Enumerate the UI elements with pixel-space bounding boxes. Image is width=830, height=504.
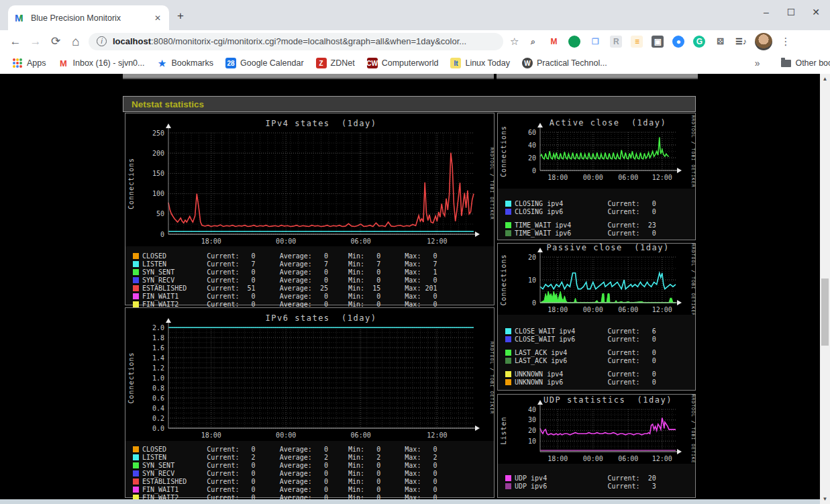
legend-row: SYN_RECV Current: 0 Average: 0 Min: 0 Ma… <box>133 276 494 284</box>
books-extension-icon[interactable]: ≡ <box>631 36 643 48</box>
active-close-panel: Active close (1day)Connections020406018:… <box>497 113 696 240</box>
bookmark-label: ZDNet <box>331 58 355 68</box>
ipv6-states-panel: IPv6 states (1day)Connections0.00.20.40.… <box>125 307 495 498</box>
page-content: Netstat statistics IPv4 states (1day)Con… <box>0 74 820 504</box>
legend-text: SYN_SENT Current: 0 Average: 0 Min: 0 Ma… <box>142 462 437 469</box>
url-path: :8080/monitorix-cgi/monitorix.cgi?mode=l… <box>151 36 466 46</box>
rrdtool-watermark: RRDTOOL / TOBI OETIKER <box>690 244 695 315</box>
new-tab-button[interactable]: + <box>177 9 184 23</box>
bookmark-star-icon[interactable]: ☆ <box>510 36 519 48</box>
window-maximize-button[interactable]: ☐ <box>786 7 796 17</box>
bookmark-item[interactable]: 28Google Calendar <box>225 58 304 68</box>
svg-text:18:00: 18:00 <box>201 238 221 245</box>
bookmark-label: Bookmarks <box>172 58 214 68</box>
rrdtool-watermark: RRDTOOL / TOBI OETIKER <box>489 147 494 219</box>
zoom-extension-icon[interactable]: ● <box>672 36 684 48</box>
forward-button[interactable]: → <box>25 35 46 48</box>
back-button[interactable]: ← <box>5 35 25 48</box>
legend-row: UDP ipv4 Current: 20 <box>505 474 695 482</box>
bookmark-item[interactable]: ★Bookmarks <box>157 58 214 68</box>
linuxtoday-bookmark-icon: lt <box>450 58 461 68</box>
svg-text:40: 40 <box>528 142 536 149</box>
legend-swatch <box>505 328 511 334</box>
svg-text:12:00: 12:00 <box>652 455 672 462</box>
site-info-icon[interactable]: i <box>97 36 107 46</box>
address-bar[interactable]: i localhost :8080/monitorix-cgi/monitori… <box>89 33 503 50</box>
bookmark-item[interactable]: ZZDNet <box>316 58 355 68</box>
grammarly-extension-icon[interactable]: G <box>693 36 705 48</box>
legend-row: LISTEN Current: 7 Average: 7 Min: 7 Max:… <box>133 260 494 268</box>
bookmark-label: Google Calendar <box>240 58 304 68</box>
legend-swatch <box>505 209 511 215</box>
svg-text:30: 30 <box>528 416 536 423</box>
svg-text:200: 200 <box>152 150 164 157</box>
legend-text: ESTABLISHED Current: 0 Average: 0 Min: 0… <box>142 478 437 485</box>
profile-avatar[interactable] <box>755 33 772 50</box>
media-queue-extension-icon[interactable]: ☰♪ <box>735 36 747 48</box>
bookmarks-overflow-chevron[interactable]: » <box>755 58 760 68</box>
svg-text:00:00: 00:00 <box>583 174 603 181</box>
legend-row: CLOSING ipv6 Current: 0 <box>505 207 695 215</box>
r-extension-icon[interactable]: R <box>610 36 622 48</box>
svg-text:0: 0 <box>160 231 164 238</box>
legend-row: TIME_WAIT ipv4 Current: 23 <box>505 221 695 229</box>
home-button[interactable]: ⌂ <box>66 34 86 49</box>
svg-text:06:00: 06:00 <box>618 455 638 462</box>
scrollbar-thumb[interactable] <box>821 279 829 346</box>
hangouts-extension-icon[interactable] <box>568 36 580 48</box>
gmail-bookmark-icon: M <box>58 58 69 68</box>
bookmark-item[interactable]: ltLinux Today <box>450 58 510 68</box>
legend-text: CLOSE_WAIT ipv4 Current: 6 <box>515 327 656 335</box>
legend-swatch <box>505 358 511 364</box>
gmail-extension-icon[interactable]: M <box>548 36 560 48</box>
search-extension-icon[interactable]: ⌕ <box>527 36 539 48</box>
legend-swatch <box>133 269 139 275</box>
legend-text: SYN_RECV Current: 0 Average: 0 Min: 0 Ma… <box>142 470 437 477</box>
computerworld-bookmark-icon: CW <box>367 58 378 68</box>
next-section-edge <box>0 499 820 504</box>
zdnet-bookmark-icon: Z <box>316 58 327 68</box>
legend-swatch <box>133 301 139 307</box>
puzzle-extension-icon[interactable]: ⚄ <box>714 36 726 48</box>
udp-statistics-chart: UDP statistics (1day)Listen1020304018:00… <box>498 395 695 464</box>
legend-row: LAST_ACK ipv6 Current: 0 <box>505 356 695 364</box>
extensions-row: ⌕M❐R≡▣●G⚄☰♪ <box>527 36 747 48</box>
scroll-down-arrow[interactable]: ▼ <box>820 494 830 504</box>
bookmark-item[interactable]: WPractical Technol... <box>522 58 607 68</box>
udp-statistics-legend: UDP ipv4 Current: 20UDP ipv6 Current: 3 <box>498 474 695 490</box>
other-bookmarks-button[interactable]: Other bookmarks <box>781 58 830 68</box>
bookmark-item[interactable]: MInbox (16) - sjvn0... <box>58 58 145 68</box>
reload-button[interactable]: ⟳ <box>46 34 66 48</box>
page-scrollbar[interactable]: ▲ ▼ <box>820 74 830 504</box>
window-minimize-button[interactable]: – <box>762 7 771 17</box>
legend-row: SYN_SENT Current: 0 Average: 0 Min: 0 Ma… <box>133 461 494 469</box>
svg-text:0.8: 0.8 <box>152 385 164 392</box>
svg-text:100: 100 <box>152 190 164 197</box>
svg-text:1.2: 1.2 <box>152 364 164 372</box>
legend-text: LAST_ACK ipv6 Current: 0 <box>515 357 656 364</box>
ipv6-states-chart: IPv6 states (1day)Connections0.00.20.40.… <box>125 308 494 441</box>
bookmark-item[interactable]: CWComputerworld <box>367 58 439 68</box>
star-bookmark-icon: ★ <box>157 58 168 68</box>
tab-close-icon[interactable]: ✕ <box>153 13 162 23</box>
legend-swatch <box>505 379 511 385</box>
svg-text:12:00: 12:00 <box>652 174 672 181</box>
svg-text:18:00: 18:00 <box>548 306 568 313</box>
passive-close-panel: Passive close (1day)Connections0102018:0… <box>497 243 696 391</box>
legend-gap <box>498 364 695 370</box>
bookmark-label: Linux Today <box>465 58 510 68</box>
gray-app-extension-icon[interactable]: ▣ <box>652 36 664 48</box>
bookmark-item[interactable]: Apps <box>12 58 46 68</box>
svg-text:Connections: Connections <box>127 158 135 209</box>
copy-pages-extension-icon[interactable]: ❐ <box>589 36 601 48</box>
svg-text:18:00: 18:00 <box>548 174 568 181</box>
svg-text:Connections: Connections <box>500 125 507 177</box>
legend-text: TIME_WAIT ipv6 Current: 0 <box>515 230 656 237</box>
browser-menu-icon[interactable]: ⋮ <box>778 36 793 48</box>
tab-strip: M M Blue Precision Monitorix ✕ + – ☐ ✕ <box>0 0 830 30</box>
scroll-up-arrow[interactable]: ▲ <box>820 74 830 84</box>
browser-tab[interactable]: M M Blue Precision Monitorix ✕ <box>8 5 169 30</box>
apps-grid-icon <box>12 58 23 68</box>
legend-text: FIN_WAIT2 Current: 0 Average: 0 Min: 0 M… <box>142 301 437 308</box>
window-close-button[interactable]: ✕ <box>811 7 821 17</box>
